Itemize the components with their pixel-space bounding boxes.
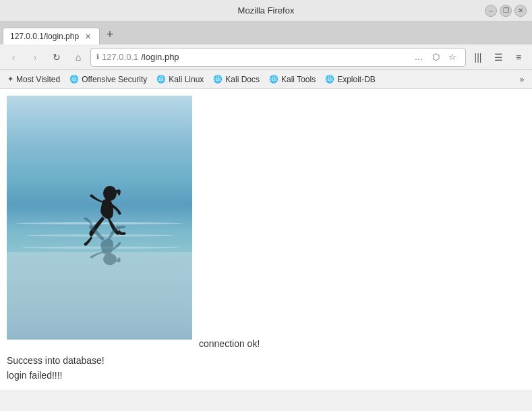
exploit-db-icon: 🌐: [325, 75, 334, 84]
page-messages: Success into database! login failed!!!!: [7, 353, 525, 383]
tab-bar: 127.0.0.1/login.php ✕ +: [0, 22, 532, 44]
info-icon: ℹ: [96, 53, 99, 61]
bookmark-star-button[interactable]: ☆: [445, 50, 460, 65]
bookmark-label: Kali Linux: [169, 75, 204, 84]
url-domain: 127.0.0.1: [102, 52, 138, 62]
login-failed-message: login failed!!!!: [7, 368, 525, 383]
bookmark-most-visited[interactable]: ✦ Most Visited: [3, 73, 65, 86]
nav-right-actions: ||| ☰ ≡: [469, 48, 528, 67]
more-icon-button[interactable]: …: [411, 50, 426, 65]
beach-runner-image: [7, 96, 192, 340]
forward-button[interactable]: ›: [26, 48, 45, 67]
title-bar: Mozilla Firefox – ❐ ✕: [0, 0, 532, 22]
home-button[interactable]: ⌂: [69, 48, 88, 67]
menu-button[interactable]: ≡: [509, 48, 528, 67]
bookmark-kali-linux[interactable]: 🌐 Kali Linux: [152, 73, 208, 86]
bookmarks-bar: ✦ Most Visited 🌐 Offensive Security 🌐 Ka…: [0, 70, 532, 89]
bookmark-kali-tools[interactable]: 🌐 Kali Tools: [264, 73, 320, 86]
bookmark-label: Offensive Security: [82, 75, 147, 84]
reader-view-button[interactable]: ☰: [489, 48, 508, 67]
synced-tabs-button[interactable]: |||: [469, 48, 487, 67]
bookmark-label: Exploit-DB: [337, 75, 376, 84]
window-controls: – ❐ ✕: [485, 5, 527, 17]
kali-docs-icon: 🌐: [213, 75, 223, 84]
back-button[interactable]: ‹: [4, 48, 23, 67]
svg-point-0: [103, 186, 117, 201]
url-path: /login.php: [141, 52, 179, 62]
tab-label: 127.0.0.1/login.php: [10, 32, 79, 41]
kali-linux-icon: 🌐: [156, 75, 166, 84]
page-top-row: connection ok!: [7, 96, 525, 349]
bookmark-kali-docs[interactable]: 🌐 Kali Docs: [208, 73, 264, 86]
svg-point-1: [103, 253, 117, 265]
bookmark-label: Kali Tools: [281, 75, 316, 84]
window-title: Mozilla Firefox: [238, 5, 295, 15]
new-tab-button[interactable]: +: [101, 26, 119, 43]
restore-button[interactable]: ❐: [500, 5, 512, 17]
address-bar[interactable]: ℹ 127.0.0.1 /login.php … ⬡ ☆: [90, 48, 466, 67]
nav-bar: ‹ › ↻ ⌂ ℹ 127.0.0.1 /login.php … ⬡ ☆ |||…: [0, 44, 532, 70]
minimize-button[interactable]: –: [485, 5, 497, 17]
offensive-security-icon: 🌐: [69, 75, 79, 84]
kali-tools-icon: 🌐: [269, 75, 278, 84]
pocket-button[interactable]: ⬡: [428, 50, 443, 65]
bookmark-label: Most Visited: [16, 75, 60, 84]
reload-button[interactable]: ↻: [47, 48, 66, 67]
tab-login[interactable]: 127.0.0.1/login.php ✕: [3, 28, 100, 44]
bookmark-offensive-security[interactable]: 🌐 Offensive Security: [65, 73, 152, 86]
bookmarks-more-button[interactable]: »: [514, 72, 529, 87]
most-visited-icon: ✦: [7, 75, 13, 84]
bookmark-exploit-db[interactable]: 🌐 Exploit-DB: [320, 73, 380, 86]
tab-close-button[interactable]: ✕: [83, 32, 92, 41]
page-content: connection ok! Success into database! lo…: [0, 89, 532, 390]
close-button[interactable]: ✕: [514, 5, 527, 17]
success-message: Success into database!: [7, 353, 525, 368]
connection-ok-text: connection ok!: [199, 338, 525, 349]
address-bar-actions: … ⬡ ☆: [411, 50, 460, 65]
bookmark-label: Kali Docs: [225, 75, 260, 84]
